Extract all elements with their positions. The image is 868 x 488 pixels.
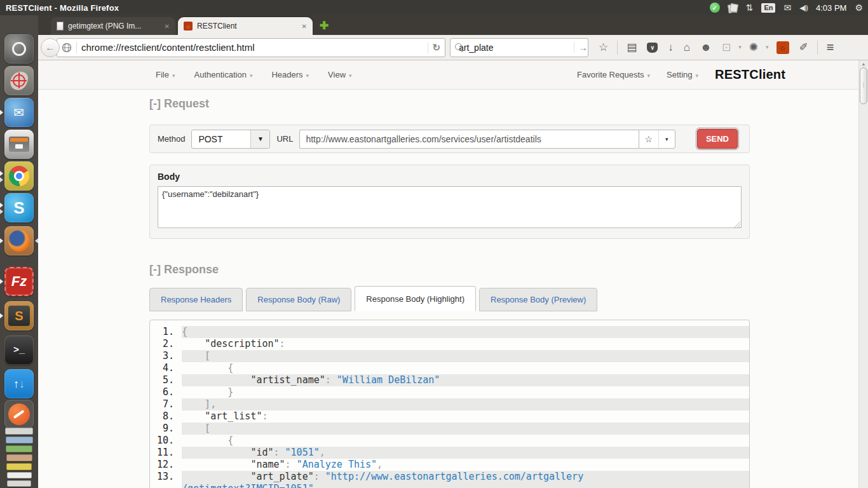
search-go-icon[interactable]: → — [574, 42, 588, 53]
clock[interactable]: 4:03 PM — [816, 3, 846, 13]
chevron-down-icon[interactable]: ▾ — [658, 130, 675, 148]
restclient-menu-bar: File▾ Authentication▾ Headers▾ View▾ Fav… — [38, 60, 868, 90]
chrome-icon[interactable] — [4, 161, 34, 191]
menu-setting[interactable]: Setting▾ — [667, 70, 698, 79]
chrome-logo — [9, 166, 29, 186]
download-icon[interactable]: ↓ — [663, 42, 679, 53]
body-panel: Body — [149, 165, 750, 239]
method-value: POST — [192, 130, 250, 148]
search-input[interactable] — [459, 43, 574, 53]
body-textarea[interactable] — [158, 186, 742, 228]
firefox-logo — [8, 230, 30, 252]
terminal-icon[interactable]: >_ — [4, 336, 34, 365]
page-favicon — [57, 22, 64, 30]
ubuntu-dash-icon[interactable] — [4, 34, 34, 64]
favorite-star-icon[interactable]: ☆ — [639, 130, 658, 148]
tab-response-body-raw[interactable]: Response Body (Raw) — [246, 288, 351, 311]
feedback-smiley-icon[interactable]: ☻ — [695, 42, 717, 53]
response-body-panel: 1.{2. "description":3. [4. {5. "artist_n… — [149, 320, 750, 488]
new-tab-button[interactable]: ✚ — [320, 19, 329, 32]
request-panel: Method POST ▼ URL ☆ ▾ SEND — [149, 125, 750, 153]
postman-icon[interactable] — [4, 400, 34, 429]
page-content: File▾ Authentication▾ Headers▾ View▾ Fav… — [38, 60, 868, 488]
window-stack-icon[interactable] — [4, 426, 34, 488]
tab-title: getimgtext (PNG Im... — [68, 22, 160, 30]
code-rows: 1.{2. "description":3. [4. {5. "artist_n… — [150, 326, 749, 488]
menu-bar-right: Favorite Requests▾ Setting▾ RESTClient — [577, 67, 785, 82]
firefox-nav-toolbar: ← ↻ → ☆ ▤ ∨ ↓ ⌂ ☻ ⊡ ▾ ✺ ▾ ☼ ✐ ≡ — [38, 35, 868, 60]
chevron-down-icon[interactable]: ▾ — [736, 44, 744, 50]
request-section-title[interactable]: [-] Request — [149, 97, 750, 111]
request-url-group: ☆ ▾ — [299, 130, 675, 149]
reload-icon[interactable]: ↻ — [428, 42, 440, 53]
running-pip — [0, 313, 3, 318]
back-button[interactable]: ← — [41, 38, 60, 57]
scroll-up-icon[interactable]: ▲ — [859, 60, 868, 66]
addon-flower-icon[interactable]: ✺ — [744, 42, 763, 53]
code-line: /getimgtext?IMGID=1051", — [150, 483, 749, 488]
pocket-icon[interactable]: ∨ — [647, 43, 658, 53]
response-section-title[interactable]: [-] Response — [149, 263, 750, 276]
chevron-down-icon: ▾ — [349, 72, 352, 79]
restclient-favicon: ☼ — [184, 22, 193, 30]
search-bar[interactable]: → — [450, 38, 588, 57]
divider — [76, 42, 77, 53]
keyboard-layout-indicator[interactable]: En — [761, 3, 775, 13]
url-addon: ☆ ▾ — [639, 130, 675, 149]
url-bar[interactable]: ↻ — [57, 38, 445, 57]
volume-icon[interactable]: ◀)) — [799, 4, 808, 11]
tab-restclient[interactable]: ☼ RESTClient ✕ — [178, 17, 313, 35]
home-icon[interactable]: ⌂ — [679, 42, 695, 53]
select-caret-icon[interactable]: ▼ — [250, 130, 269, 148]
skype-status-icon[interactable]: ✓ — [710, 3, 720, 13]
menu-favorite-requests[interactable]: Favorite Requests▾ — [577, 70, 650, 79]
screenshot-target-icon[interactable] — [4, 66, 34, 95]
tab-response-headers[interactable]: Response Headers — [149, 288, 243, 311]
stack-item — [7, 472, 32, 478]
tab-close-icon[interactable]: ✕ — [302, 23, 307, 30]
thunderbird-icon[interactable]: ✉ — [4, 98, 34, 127]
sublime-text-icon[interactable]: S — [4, 301, 34, 330]
toolbar-icons: ☆ ▤ ∨ ↓ ⌂ ☻ ⊡ ▾ ✺ ▾ ☼ ✐ ≡ — [593, 40, 839, 55]
notes-icon[interactable] — [728, 4, 738, 12]
crosshair-icon — [13, 74, 25, 87]
clipboard-icon[interactable]: ▤ — [621, 42, 642, 53]
method-label: Method — [158, 134, 185, 144]
chevron-down-icon: ▾ — [250, 72, 253, 79]
session-gear-icon[interactable]: ⚙ — [855, 3, 863, 12]
running-pip — [0, 209, 3, 214]
tab-getimgtext[interactable]: getimgtext (PNG Im... ✕ — [51, 17, 175, 35]
vertical-scrollbar[interactable]: ▲ — [858, 60, 868, 488]
menu-hamburger-icon[interactable]: ≡ — [822, 40, 839, 55]
scrollbar-thumb[interactable] — [860, 67, 867, 104]
request-url-input[interactable] — [299, 130, 638, 149]
mail-icon[interactable]: ✉ — [783, 3, 791, 12]
tab-close-icon[interactable]: ✕ — [165, 23, 170, 30]
tab-response-body-preview[interactable]: Response Body (Preview) — [479, 288, 597, 311]
network-transfer-icon[interactable]: ↑↓ — [4, 369, 34, 398]
filezilla-icon[interactable]: Fz — [4, 267, 34, 296]
send-button[interactable]: SEND — [697, 129, 738, 149]
running-pip — [0, 203, 3, 208]
menu-authentication[interactable]: Authentication▾ — [194, 70, 252, 79]
up-arrow: ↑ — [13, 377, 19, 391]
code-line: 13. "art_plate": "http://www.eastonartga… — [150, 471, 749, 483]
skype-icon[interactable]: S — [4, 193, 34, 222]
pen-tool-icon[interactable]: ✐ — [794, 42, 813, 53]
file-archive-icon[interactable] — [4, 130, 34, 159]
bookmark-star-icon[interactable]: ☆ — [593, 42, 613, 53]
stack-item — [6, 454, 32, 461]
chevron-down-icon[interactable]: ▾ — [763, 44, 771, 50]
menu-headers[interactable]: Headers▾ — [271, 70, 309, 79]
tab-response-body-highlight[interactable]: Response Body (Highlight) — [355, 286, 476, 311]
stack-item — [7, 480, 31, 487]
drawer-shape — [9, 137, 29, 152]
crop-tool-icon[interactable]: ⊡ — [717, 42, 736, 53]
restclient-addon-icon[interactable]: ☼ — [776, 41, 789, 54]
network-arrows-icon[interactable]: ⇅ — [746, 3, 754, 12]
firefox-icon[interactable] — [4, 226, 34, 255]
menu-file[interactable]: File▾ — [156, 70, 175, 79]
url-input[interactable] — [81, 42, 428, 53]
method-select[interactable]: POST ▼ — [191, 130, 270, 149]
menu-view[interactable]: View▾ — [328, 70, 351, 79]
